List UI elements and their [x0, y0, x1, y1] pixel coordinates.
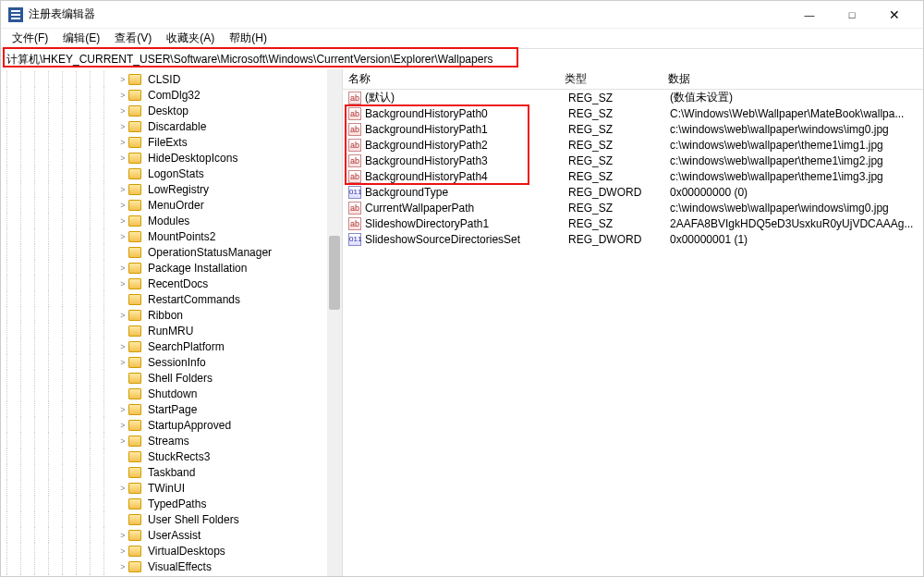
chevron-right-icon[interactable]: >	[117, 484, 128, 493]
value-data: c:\windows\web\wallpaper\theme1\img3.jpg	[670, 170, 923, 183]
chevron-right-icon[interactable]: >	[117, 311, 128, 320]
address-bar[interactable]: 计算机\HKEY_CURRENT_USER\Software\Microsoft…	[1, 49, 923, 69]
value-row[interactable]: abBackgroundHistoryPath4REG_SZc:\windows…	[343, 168, 923, 184]
chevron-right-icon[interactable]: >	[117, 216, 128, 226]
menu-favorites[interactable]: 收藏夹(A)	[159, 29, 222, 48]
tree-item[interactable]: TypedPaths	[1, 496, 327, 511]
chevron-right-icon[interactable]: >	[117, 405, 128, 414]
value-row[interactable]: 011BackgroundTypeREG_DWORD0x00000000 (0)	[343, 184, 923, 200]
maximize-button[interactable]: □	[831, 2, 873, 28]
tree-item[interactable]: >Modules	[1, 213, 327, 228]
tree-item[interactable]: Taskband	[1, 464, 327, 480]
folder-icon	[128, 530, 141, 541]
tree-item[interactable]: User Shell Folders	[1, 511, 327, 527]
chevron-right-icon[interactable]: >	[117, 279, 128, 288]
tree-item[interactable]: >RecentDocs	[1, 276, 327, 291]
chevron-right-icon[interactable]: >	[117, 122, 128, 131]
scrollbar-thumb[interactable]	[329, 236, 340, 310]
folder-icon	[128, 514, 141, 525]
tree-item[interactable]: >MountPoints2	[1, 228, 327, 244]
value-row[interactable]: abSlideshowDirectoryPath1REG_SZ2AAFA8BVI…	[343, 215, 923, 231]
column-data[interactable]: 数据	[666, 71, 923, 87]
chevron-right-icon[interactable]: >	[117, 185, 128, 194]
tree-item[interactable]: >CLSID	[1, 71, 327, 87]
tree-item[interactable]: >Desktop	[1, 103, 327, 118]
chevron-right-icon[interactable]: >	[117, 358, 128, 367]
chevron-right-icon[interactable]: >	[117, 106, 128, 116]
folder-icon	[128, 341, 141, 352]
close-button[interactable]: ✕	[873, 2, 916, 28]
minimize-button[interactable]: —	[788, 2, 831, 28]
value-row[interactable]: abBackgroundHistoryPath1REG_SZc:\windows…	[343, 121, 923, 137]
chevron-right-icon[interactable]: >	[117, 232, 128, 241]
tree-item[interactable]: >MenuOrder	[1, 197, 327, 213]
tree-item-label: SearchPlatform	[145, 339, 227, 354]
value-row[interactable]: abCurrentWallpaperPathREG_SZc:\windows\w…	[343, 200, 923, 215]
chevron-right-icon[interactable]: >	[117, 546, 128, 556]
value-row[interactable]: abBackgroundHistoryPath2REG_SZc:\windows…	[343, 137, 923, 153]
tree-item[interactable]: >VirtualDesktops	[1, 543, 327, 559]
chevron-right-icon[interactable]: >	[117, 531, 128, 540]
tree-item[interactable]: >StartPage	[1, 401, 327, 417]
chevron-right-icon[interactable]: >	[117, 153, 128, 163]
tree-item-label: Ribbon	[145, 308, 186, 323]
tree-item[interactable]: >Discardable	[1, 118, 327, 134]
tree-item[interactable]: OperationStatusManager	[1, 244, 327, 260]
tree-pane[interactable]: >CLSID>ComDlg32>Desktop>Discardable>File…	[1, 69, 343, 576]
chevron-right-icon[interactable]: >	[117, 201, 128, 210]
tree-item[interactable]: >StartupApproved	[1, 417, 327, 433]
menu-file[interactable]: 文件(F)	[5, 29, 55, 48]
tree-scrollbar[interactable]	[327, 69, 342, 576]
chevron-right-icon[interactable]: >	[117, 421, 128, 430]
tree-item[interactable]: RestartCommands	[1, 291, 327, 307]
tree-item[interactable]: Shutdown	[1, 386, 327, 401]
tree-item[interactable]: >TWinUI	[1, 480, 327, 496]
chevron-right-icon[interactable]: >	[117, 436, 128, 446]
folder-icon	[128, 247, 141, 258]
tree-item-label: LogonStats	[145, 166, 207, 181]
folder-icon	[128, 325, 141, 337]
tree-item[interactable]: >HideDesktopIcons	[1, 150, 327, 166]
tree-item[interactable]: >FileExts	[1, 134, 327, 150]
tree-item-label: User Shell Folders	[145, 512, 242, 527]
value-row[interactable]: ab(默认)REG_SZ(数值未设置)	[343, 90, 923, 105]
column-name[interactable]: 名称	[343, 71, 565, 87]
tree-item[interactable]: StuckRects3	[1, 448, 327, 464]
menu-view[interactable]: 查看(V)	[107, 29, 159, 48]
tree-item[interactable]: >UserAssist	[1, 527, 327, 543]
value-row[interactable]: abBackgroundHistoryPath3REG_SZc:\windows…	[343, 153, 923, 168]
value-name: BackgroundHistoryPath4	[365, 170, 568, 183]
menubar: 文件(F) 编辑(E) 查看(V) 收藏夹(A) 帮助(H)	[1, 29, 923, 49]
value-name: BackgroundHistoryPath2	[365, 139, 568, 152]
reg-dword-icon: 011	[348, 186, 361, 199]
tree-item[interactable]: >Package Installation	[1, 260, 327, 276]
chevron-right-icon[interactable]: >	[117, 138, 128, 147]
tree-item[interactable]: >SearchPlatform	[1, 338, 327, 354]
tree-item[interactable]: >Ribbon	[1, 307, 327, 323]
menu-help[interactable]: 帮助(H)	[222, 29, 274, 48]
chevron-right-icon[interactable]: >	[117, 264, 128, 273]
tree-item-label: OperationStatusManager	[145, 245, 274, 260]
folder-icon	[128, 404, 141, 415]
chevron-right-icon[interactable]: >	[117, 91, 128, 100]
tree-item[interactable]: Wallpaper	[1, 574, 327, 576]
tree-item[interactable]: LogonStats	[1, 166, 327, 181]
value-row[interactable]: 011SlideshowSourceDirectoriesSetREG_DWOR…	[343, 231, 923, 247]
menu-edit[interactable]: 编辑(E)	[55, 29, 107, 48]
tree-item[interactable]: >SessionInfo	[1, 354, 327, 370]
tree-item[interactable]: >ComDlg32	[1, 87, 327, 103]
tree-item[interactable]: RunMRU	[1, 323, 327, 338]
tree-item-label: Modules	[145, 214, 192, 228]
value-data: 0x00000000 (0)	[670, 186, 923, 199]
tree-item[interactable]: >LowRegistry	[1, 181, 327, 197]
tree-item[interactable]: >Streams	[1, 433, 327, 448]
column-type[interactable]: 类型	[565, 71, 666, 87]
tree-item[interactable]: Shell Folders	[1, 370, 327, 386]
tree-item[interactable]: >VisualEffects	[1, 559, 327, 574]
folder-icon	[128, 294, 141, 305]
chevron-right-icon[interactable]: >	[117, 562, 128, 571]
address-bar-container: 计算机\HKEY_CURRENT_USER\Software\Microsoft…	[1, 49, 923, 69]
chevron-right-icon[interactable]: >	[117, 342, 128, 351]
chevron-right-icon[interactable]: >	[117, 75, 128, 84]
value-row[interactable]: abBackgroundHistoryPath0REG_SZC:\Windows…	[343, 105, 923, 121]
